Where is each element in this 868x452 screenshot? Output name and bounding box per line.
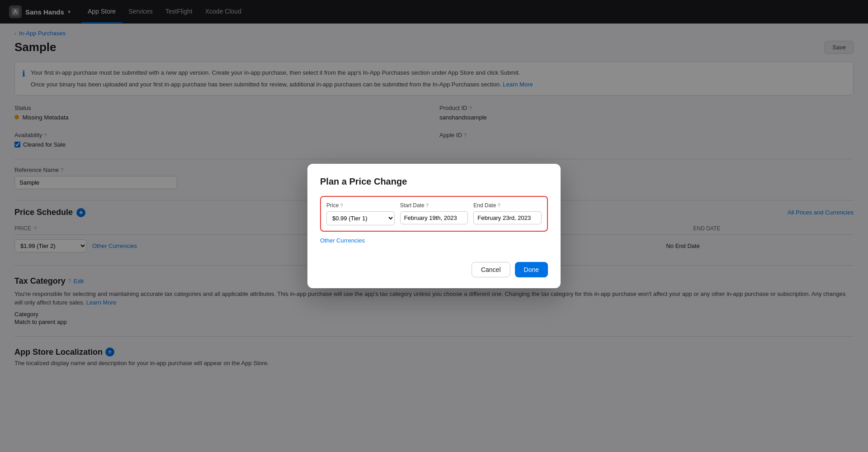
- modal-price-select[interactable]: $0.99 (Tier 1): [326, 211, 395, 225]
- start-date-col: Start Date ?: [400, 202, 468, 225]
- modal-end-date-input[interactable]: [473, 211, 542, 224]
- price-col: Price ? $0.99 (Tier 1): [326, 202, 395, 225]
- modal-overlay: Plan a Price Change Price ? $0.99 (Tier …: [0, 0, 868, 377]
- price-change-grid: Price ? $0.99 (Tier 1) Start Date ? End …: [320, 196, 548, 232]
- modal-title: Plan a Price Change: [320, 176, 548, 187]
- modal-end-date-label: End Date: [473, 202, 496, 209]
- modal-other-currencies[interactable]: Other Currencies: [320, 237, 365, 244]
- cancel-button[interactable]: Cancel: [472, 262, 510, 277]
- done-button[interactable]: Done: [515, 262, 548, 277]
- modal-price-help[interactable]: ?: [340, 203, 343, 208]
- end-date-col: End Date ?: [473, 202, 542, 225]
- plan-price-change-modal: Plan a Price Change Price ? $0.99 (Tier …: [307, 164, 561, 288]
- modal-footer: Cancel Done: [320, 262, 548, 277]
- modal-start-date-help[interactable]: ?: [426, 203, 429, 208]
- modal-start-date-label: Start Date: [400, 202, 425, 209]
- modal-end-date-help[interactable]: ?: [497, 203, 500, 208]
- modal-start-date-input[interactable]: [400, 211, 468, 224]
- modal-price-label: Price: [326, 202, 339, 209]
